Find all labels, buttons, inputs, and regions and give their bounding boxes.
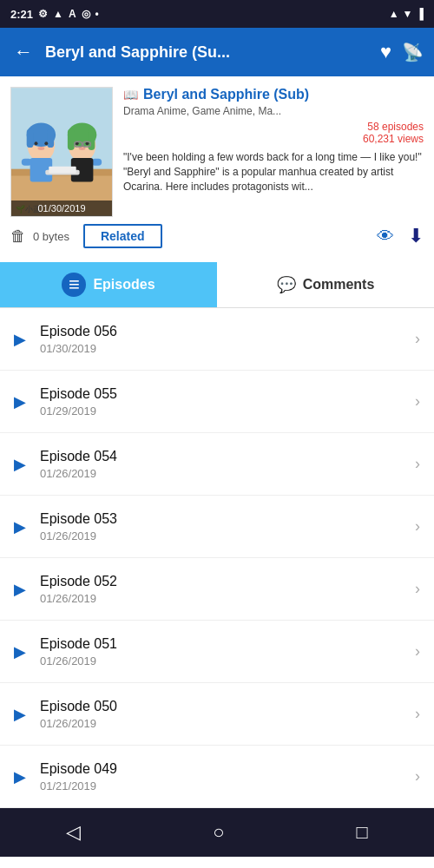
chevron-right-icon: › [415, 330, 420, 348]
status-bar: 2:21 ⚙ ▲ A ◎ • ▲ ▼ ▐ [0, 0, 434, 28]
show-thumbnail: 🌱小蓝 01/30/2019 [10, 87, 113, 217]
chevron-right-icon: › [415, 517, 420, 536]
account-icon: A [69, 8, 76, 20]
episode-item[interactable]: ▶ Episode 052 01/26/2019 › [0, 558, 434, 621]
show-title: Beryl and Sapphire (Sub) [143, 87, 309, 102]
svg-rect-11 [22, 159, 32, 166]
episode-date: 01/26/2019 [40, 467, 415, 480]
episode-item[interactable]: ▶ Episode 054 01/26/2019 › [0, 433, 434, 496]
app-bar-title: Beryl and Sapphire (Su... [45, 43, 372, 62]
show-info-top: 🌱小蓝 01/30/2019 📖 Beryl and Sapphire (Sub… [10, 87, 424, 217]
episode-info: Episode 056 01/30/2019 [40, 324, 415, 355]
episode-title: Episode 050 [40, 699, 415, 714]
dot-icon: • [95, 8, 99, 20]
episode-date: 01/30/2019 [40, 342, 415, 355]
comments-tab-icon: 💬 [277, 275, 296, 294]
episode-title: Episode 056 [40, 324, 415, 339]
play-icon: ▶ [14, 455, 26, 474]
chevron-right-icon: › [415, 705, 420, 723]
chevron-right-icon: › [415, 642, 420, 661]
svg-rect-15 [68, 128, 75, 150]
show-meta: 📖 Beryl and Sapphire (Sub) Drama Anime, … [123, 87, 424, 194]
chevron-right-icon: › [415, 580, 420, 598]
show-actions: 🗑 0 bytes Related 👁 ⬇ [10, 224, 424, 248]
episode-info: Episode 053 01/26/2019 [40, 511, 415, 542]
status-left: 2:21 ⚙ ▲ A ◎ • [10, 8, 99, 21]
chevron-right-icon: › [415, 455, 420, 473]
svg-rect-22 [49, 167, 76, 174]
related-button[interactable]: Related [83, 224, 162, 248]
episode-item[interactable]: ▶ Episode 056 01/30/2019 › [0, 308, 434, 371]
svg-point-8 [44, 141, 48, 145]
episode-info: Episode 050 01/26/2019 [40, 699, 415, 730]
thumbnail-date: 01/30/2019 [11, 201, 112, 216]
episodes-count: 58 episodes [123, 121, 424, 133]
episode-info: Episode 049 01/21/2019 [40, 761, 415, 792]
bytes-label: 0 bytes [33, 230, 69, 243]
status-time: 2:21 [10, 8, 33, 21]
episodes-tab-icon: ≡ [62, 273, 86, 297]
episode-date: 01/26/2019 [40, 592, 415, 605]
anime-art: 🌱小蓝 [11, 88, 112, 216]
eye-button[interactable]: 👁 [377, 227, 394, 247]
episode-info: Episode 055 01/29/2019 [40, 386, 415, 418]
episode-item[interactable]: ▶ Episode 050 01/26/2019 › [0, 683, 434, 746]
bottom-nav: ◁ ○ □ [0, 808, 434, 857]
wifi-status-icon: ▲ [389, 8, 399, 20]
episode-date: 01/29/2019 [40, 404, 415, 418]
episode-info: Episode 051 01/26/2019 [40, 636, 415, 667]
cast-button[interactable]: 📡 [402, 42, 424, 62]
tab-episodes[interactable]: ≡ Episodes [0, 262, 217, 307]
views-count: 60,231 views [123, 133, 424, 145]
show-stats: 58 episodes 60,231 views [123, 121, 424, 145]
episode-date: 01/26/2019 [40, 717, 415, 730]
battery-status-icon: ▐ [416, 8, 424, 20]
play-icon: ▶ [14, 517, 26, 536]
svg-point-7 [35, 141, 38, 145]
episode-title: Episode 054 [40, 449, 415, 464]
back-button[interactable]: ← [10, 37, 36, 67]
book-icon: 📖 [123, 88, 138, 102]
episode-list: ▶ Episode 056 01/30/2019 › ▶ Episode 055… [0, 308, 434, 808]
svg-point-9 [37, 147, 44, 150]
episode-title: Episode 053 [40, 511, 415, 527]
play-icon: ▶ [14, 705, 26, 724]
svg-rect-6 [47, 128, 54, 148]
settings-icon: ⚙ [38, 8, 48, 20]
episode-item[interactable]: ▶ Episode 049 01/21/2019 › [0, 746, 434, 808]
episode-date: 01/26/2019 [40, 529, 415, 542]
play-icon: ▶ [14, 392, 26, 411]
episode-title: Episode 049 [40, 761, 415, 777]
episode-info: Episode 054 01/26/2019 [40, 449, 415, 480]
show-info: 🌱小蓝 01/30/2019 📖 Beryl and Sapphire (Sub… [0, 76, 434, 259]
play-icon: ▶ [14, 767, 26, 786]
chevron-right-icon: › [415, 392, 420, 411]
tab-comments[interactable]: 💬 Comments [217, 262, 434, 307]
comments-tab-label: Comments [303, 277, 375, 293]
download-button[interactable]: ⬇ [408, 225, 424, 247]
episode-item[interactable]: ▶ Episode 051 01/26/2019 › [0, 621, 434, 683]
chevron-right-icon: › [415, 767, 420, 786]
signal-status-icon: ▼ [403, 8, 413, 20]
episode-date: 01/26/2019 [40, 654, 415, 667]
episode-item[interactable]: ▶ Episode 053 01/26/2019 › [0, 496, 434, 558]
nav-recent-button[interactable]: □ [339, 814, 385, 851]
episode-title: Episode 051 [40, 636, 415, 652]
episode-date: 01/21/2019 [40, 779, 415, 792]
episodes-tab-label: Episodes [93, 277, 155, 293]
nav-back-button[interactable]: ◁ [49, 814, 98, 851]
app-bar-actions: ♥ 📡 [380, 41, 424, 63]
delete-button[interactable]: 🗑 [10, 227, 26, 246]
alert-icon: ▲ [53, 8, 63, 20]
show-title-line: 📖 Beryl and Sapphire (Sub) [123, 87, 424, 102]
tabs: ≡ Episodes 💬 Comments [0, 262, 434, 308]
app-bar: ← Beryl and Sapphire (Su... ♥ 📡 [0, 28, 434, 76]
nav-home-button[interactable]: ○ [195, 814, 241, 851]
episode-info: Episode 052 01/26/2019 [40, 574, 415, 605]
episode-title: Episode 055 [40, 386, 415, 402]
play-icon: ▶ [14, 580, 26, 599]
show-description: "I've been holding a few words back for … [123, 150, 424, 194]
episode-item[interactable]: ▶ Episode 055 01/29/2019 › [0, 371, 434, 433]
favorite-button[interactable]: ♥ [380, 41, 391, 63]
svg-rect-5 [27, 128, 34, 148]
